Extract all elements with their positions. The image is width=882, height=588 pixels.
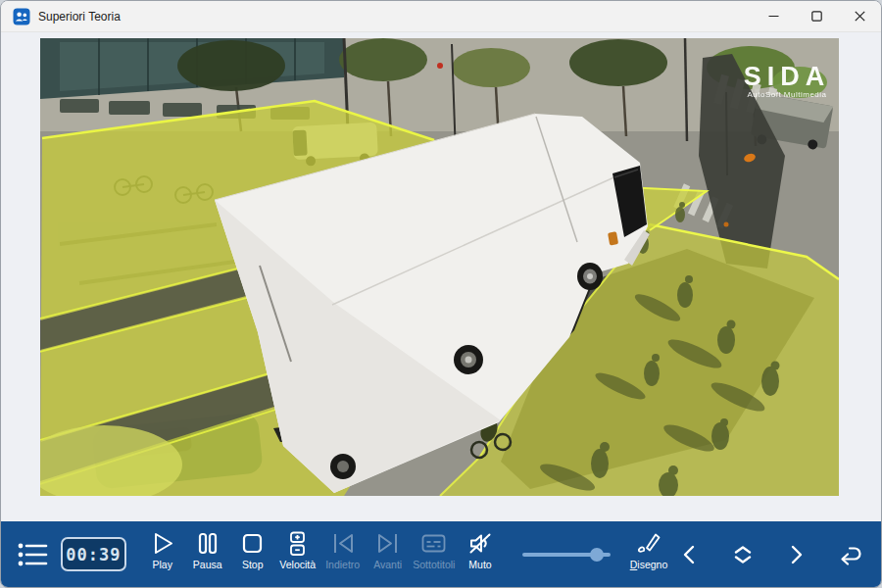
return-arrow-icon	[836, 543, 863, 566]
prev-button[interactable]	[675, 539, 705, 570]
stop-button[interactable]: Stop	[230, 521, 275, 587]
minimize-icon	[768, 11, 779, 22]
skip-forward-button[interactable]: Avanti	[366, 521, 411, 587]
skip-forward-icon	[375, 530, 401, 557]
window-title: Superiori Teoria	[38, 10, 121, 24]
brand-logo: SIDA AutoSoft Multimedia	[744, 62, 831, 99]
content-area: SIDA AutoSoft Multimedia	[1, 33, 881, 521]
player-toolbar: 00:39 Play Pausa Stop	[1, 521, 881, 587]
navigation-group	[675, 521, 867, 587]
skip-back-button[interactable]: Indietro	[320, 521, 366, 587]
svg-text:AutoSoft Multimedia: AutoSoft Multimedia	[747, 90, 826, 99]
playback-timer: 00:39	[61, 537, 126, 571]
mute-icon	[467, 530, 493, 557]
window-controls	[752, 1, 881, 31]
chevron-left-icon	[679, 543, 701, 566]
play-button[interactable]: Play	[140, 521, 185, 587]
playlist-icon	[17, 541, 48, 568]
mute-button[interactable]: Muto	[458, 521, 503, 587]
minimize-button[interactable]	[752, 1, 795, 31]
video-scene: SIDA AutoSoft Multimedia	[40, 38, 839, 496]
speed-icon	[285, 530, 310, 557]
app-window: Superiori Teoria	[0, 0, 882, 588]
titlebar: Superiori Teoria	[1, 1, 881, 32]
subtitles-button[interactable]: Sottotitoli	[411, 521, 458, 587]
stop-icon	[240, 530, 265, 557]
close-icon	[855, 11, 865, 22]
svg-text:SIDA: SIDA	[744, 62, 831, 91]
next-button[interactable]	[781, 539, 810, 570]
chevron-right-icon	[785, 543, 807, 566]
close-button[interactable]	[838, 1, 881, 31]
maximize-icon	[811, 11, 822, 22]
pause-icon	[195, 530, 220, 557]
volume-slider-thumb[interactable]	[590, 548, 604, 562]
play-icon	[150, 530, 174, 557]
speed-button[interactable]: Velocità	[275, 521, 320, 587]
pen-icon	[635, 530, 662, 557]
skip-back-icon	[330, 530, 356, 557]
volume-slider[interactable]	[522, 546, 611, 564]
video-player[interactable]: SIDA AutoSoft Multimedia	[40, 38, 839, 496]
subtitles-icon	[420, 530, 447, 557]
maximize-button[interactable]	[795, 1, 838, 31]
playlist-button[interactable]	[11, 521, 53, 587]
draw-button[interactable]: Disegno	[622, 521, 675, 587]
expand-vertical-icon	[730, 543, 756, 566]
traffic-light	[437, 63, 443, 69]
app-people-icon	[13, 8, 30, 25]
expand-button[interactable]	[726, 539, 760, 570]
pause-button[interactable]: Pausa	[185, 521, 230, 587]
return-button[interactable]	[832, 539, 867, 570]
